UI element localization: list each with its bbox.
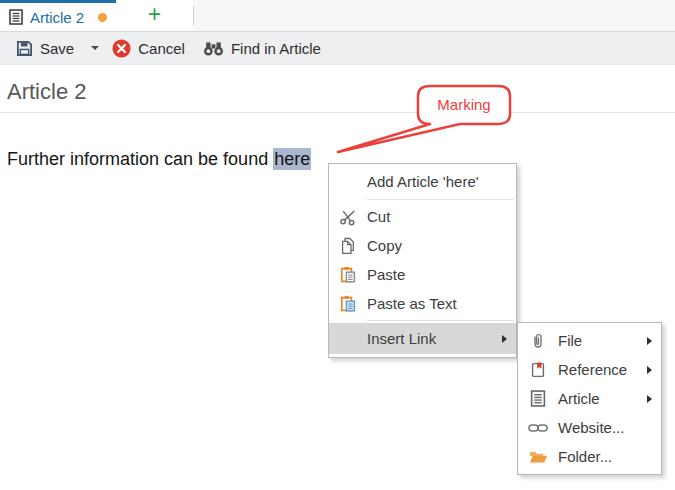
find-in-article-button[interactable]: Find in Article [196,34,328,62]
menu-item-add-article[interactable]: Add Article 'here' [329,166,516,197]
new-tab-button[interactable]: + [116,0,193,31]
menu-item-label: Article [558,390,600,407]
menu-item-label: Website... [558,419,624,436]
plus-icon: + [148,3,161,26]
cancel-button[interactable]: Cancel [105,34,192,62]
copy-pages-icon [329,237,367,255]
bookmark-page-icon [518,361,558,379]
insert-link-submenu: File Reference [517,322,662,475]
submenu-item-file[interactable]: File [518,326,661,355]
paste-text-clipboard-icon [329,295,367,313]
editor-paragraph[interactable]: Further information can be found here [7,149,311,170]
submenu-arrow-icon [502,335,507,343]
tab-article-2[interactable]: Article 2 [0,0,116,31]
menu-item-label: Paste [367,266,405,283]
save-dropdown-button[interactable] [81,34,105,62]
menu-separator [367,199,514,200]
menu-item-paste-as-text[interactable]: Paste as Text [329,289,516,318]
save-button[interactable]: Save [9,34,81,62]
tab-label: Article 2 [30,9,84,26]
page-title: Article 2 [7,79,86,105]
submenu-arrow-icon [647,395,652,403]
menu-separator [367,320,514,321]
article-document-icon [9,9,23,25]
cancel-label: Cancel [138,40,185,57]
submenu-item-folder[interactable]: Folder... [518,442,661,471]
menu-item-label: Copy [367,237,402,254]
paperclip-icon [518,332,558,350]
open-folder-icon [518,449,558,465]
tab-bar: Article 2 + [0,0,675,32]
paragraph-text: Further information can be found [7,149,273,169]
submenu-arrow-icon [647,337,652,345]
menu-item-label: Insert Link [367,330,436,347]
context-menu: Add Article 'here' Cut Copy [328,163,517,358]
submenu-item-website[interactable]: Website... [518,413,661,442]
menu-item-cut[interactable]: Cut [329,202,516,231]
menu-item-label: Reference [558,361,627,378]
cancel-x-icon [112,39,131,58]
menu-item-label: File [558,332,582,349]
menu-item-insert-link[interactable]: Insert Link [329,323,516,354]
submenu-item-reference[interactable]: Reference [518,355,661,384]
menu-item-copy[interactable]: Copy [329,231,516,260]
menu-item-label: Cut [367,208,390,225]
unsaved-changes-dot [98,13,107,22]
callout-label: Marking [418,96,510,113]
menu-item-label: Folder... [558,448,612,465]
callout-shape [328,78,520,160]
find-in-article-label: Find in Article [231,40,321,57]
article-document-icon [518,390,558,407]
submenu-arrow-icon [647,366,652,374]
paste-clipboard-icon [329,266,367,284]
scissors-icon [329,208,367,226]
menu-item-paste[interactable]: Paste [329,260,516,289]
chevron-down-icon [91,46,99,50]
binoculars-icon [203,41,224,56]
save-floppy-icon [16,40,33,57]
menu-item-label: Paste as Text [367,295,457,312]
app-window: Article 2 + Save [0,0,675,490]
save-label: Save [40,40,74,57]
chain-link-icon [518,422,558,434]
submenu-item-article[interactable]: Article [518,384,661,413]
selected-text: here [273,148,311,170]
main-toolbar: Save Cancel [0,32,675,65]
menu-item-label: Add Article 'here' [367,173,479,190]
tab-separator [193,6,194,25]
